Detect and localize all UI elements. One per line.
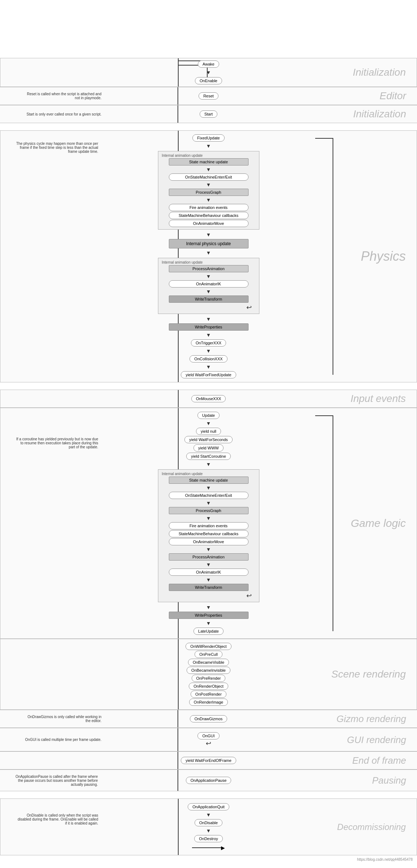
node-write-transform-1: WriteTransform	[169, 295, 249, 303]
node-on-post-render: OnPostRender	[191, 691, 226, 698]
anim-update-box-2: Internal animation update ProcessAnimati…	[158, 258, 259, 314]
anim-update-box-gamelogic: Internal animation update State machine …	[158, 469, 259, 602]
node-state-machine-behaviour-gl: StateMachineBehaviour callbacks	[169, 530, 249, 537]
node-on-trigger-xxx: OnTriggerXXX	[191, 339, 226, 347]
node-yield-wait-for-seconds: yield WaitForSeconds	[184, 436, 233, 443]
node-fixedupdate: FixedUpdate	[192, 134, 224, 142]
node-on-draw-gizmos: OnDrawGizmos	[190, 715, 228, 722]
node-reset: Reset	[199, 92, 218, 100]
node-on-collision-xxx: OnCollisionXXX	[189, 355, 227, 362]
node-on-pre-render: OnPreRender	[192, 675, 226, 682]
loop-arrow-gl: ↩	[246, 592, 252, 600]
node-yield-start-coroutine: yield StartCoroutine	[186, 453, 231, 460]
section-label-end-of-frame: End of frame	[352, 755, 406, 766]
section-label-initialization2: Initialization	[353, 108, 406, 120]
node-yield-wait-end-of-frame: yield WaitForEndOfFrame	[181, 757, 236, 764]
annotation-pausing: OnApplicationPause is called after the f…	[14, 775, 98, 787]
anim-update-label-1: Internal animation update	[162, 154, 203, 158]
section-label-gizmo-rendering: Gizmo rendering	[337, 713, 406, 725]
loop-arrow-1: ↩	[246, 303, 252, 311]
section-scene-rendering: OnWillRenderObject OnPreCull OnBecameVis…	[0, 639, 417, 710]
node-internal-physics-update: Internal physics update	[169, 239, 249, 248]
node-on-disable: OnDisable	[195, 819, 222, 826]
node-fire-anim-events-1: Fire animation events	[169, 204, 249, 211]
section-initialization2: Start is only ever called once for a giv…	[0, 105, 417, 123]
section-game-logic: If a coroutine has yielded previously bu…	[0, 408, 417, 639]
node-awake: Awake	[198, 60, 219, 68]
section-gizmo-rendering: OnDrawGizmos is only called while workin…	[0, 710, 417, 728]
node-write-transform-gl: WriteTransform	[169, 584, 249, 591]
node-process-animation-1: ProcessAnimation	[169, 265, 249, 272]
annotation-gui: OnGUI is called multiple time per frame …	[22, 738, 101, 742]
node-yield-wait-fixed: yield WaitForFixedUpdate	[181, 371, 236, 378]
node-fire-anim-events-gl: Fire animation events	[169, 522, 249, 529]
node-start: Start	[200, 110, 217, 118]
node-on-became-invisible: OnBecameInvisible	[187, 667, 230, 674]
gui-loop-arrow: ↩	[206, 739, 211, 747]
anim-update-label-gamelogic: Internal animation update	[162, 472, 203, 476]
node-on-became-visible: OnBecameVisible	[188, 659, 229, 666]
node-on-animator-move-gl: OnAnimatorMove	[169, 538, 249, 545]
section-input-events: OnMouseXXX Input events	[0, 390, 417, 408]
section-initialization1: Awake ▼ OnEnable Initialization	[0, 58, 417, 87]
node-yield-www: yield WWW	[193, 444, 224, 452]
page: Legend User callback Internal function I…	[0, 58, 417, 864]
section-label-input-events: Input events	[350, 393, 406, 404]
node-yield-null: yield null	[196, 428, 221, 435]
annotation-editor: Reset is called when the script is attac…	[22, 92, 101, 100]
section-label-gui-rendering: GUI rendering	[347, 734, 406, 745]
node-on-mouse-xxx: OnMouseXXX	[191, 395, 226, 402]
node-update: Update	[197, 412, 220, 419]
section-physics: The physics cycle may happen more than o…	[0, 130, 417, 382]
node-on-state-machine-enter-exit-gl: OnStateMachineEnter/Exit	[169, 492, 249, 499]
node-on-animator-ik-1: OnAnimatorIK	[169, 280, 249, 288]
node-on-will-render: OnWillRenderObject	[185, 643, 231, 650]
node-process-animation-gl: ProcessAnimation	[169, 553, 249, 561]
section-editor: Reset is called when the script is attac…	[0, 87, 417, 105]
node-write-properties-gl: WriteProperties	[169, 612, 249, 619]
node-on-application-pause: OnApplicationPause	[186, 777, 232, 784]
node-on-animator-ik-gl: OnAnimatorIK	[169, 569, 249, 576]
node-late-update: LateUpdate	[193, 628, 224, 635]
node-on-application-quit: OnApplicationQuit	[188, 803, 229, 810]
node-onenable: OnEnable	[195, 77, 222, 84]
footer: https://blog.csdn.net/qq448545478	[0, 855, 417, 864]
section-label-initialization1: Initialization	[353, 67, 406, 78]
anim-update-box-1: Internal animation update State machine …	[158, 151, 259, 230]
section-gui-rendering: OnGUI is called multiple time per frame …	[0, 728, 417, 751]
anim-update-label-2: Internal animation update	[162, 260, 203, 264]
node-process-graph-1: ProcessGraph	[169, 189, 249, 196]
annotation-gizmo: OnDrawGizmos is only called while workin…	[22, 715, 101, 723]
section-pausing: OnApplicationPause is called after the f…	[0, 770, 417, 791]
node-on-pre-cull: OnPreCull	[195, 651, 222, 658]
node-on-render-image: OnRenderImage	[189, 699, 228, 706]
section-decommissioning: OnDisable is called only when the script…	[0, 798, 417, 855]
node-state-machine-behaviour-1: StateMachineBehaviour callbacks	[169, 212, 249, 219]
node-process-graph-gl: ProcessGraph	[169, 507, 249, 514]
node-write-properties-1: WriteProperties	[169, 323, 249, 331]
node-on-animator-move-1: OnAnimatorMove	[169, 220, 249, 227]
node-state-machine-update-1: State machine update	[169, 158, 249, 165]
section-label-editor: Editor	[380, 90, 406, 102]
annotation-initialization2: Start is only ever called once for a giv…	[22, 112, 101, 116]
node-on-state-machine-enter-exit-1: OnStateMachineEnter/Exit	[169, 173, 249, 181]
section-label-pausing: Pausing	[372, 775, 406, 786]
node-on-render-object: OnRenderObject	[189, 683, 228, 690]
arrow: ▼	[206, 70, 211, 75]
node-on-gui: OnGUI	[197, 732, 219, 739]
footer-url: https://blog.csdn.net/qq448545478	[357, 857, 413, 861]
section-end-of-frame: yield WaitForEndOfFrame End of frame	[0, 751, 417, 770]
node-state-machine-update-gl: State machine update	[169, 477, 249, 484]
node-on-destroy: OnDestroy	[194, 835, 223, 842]
